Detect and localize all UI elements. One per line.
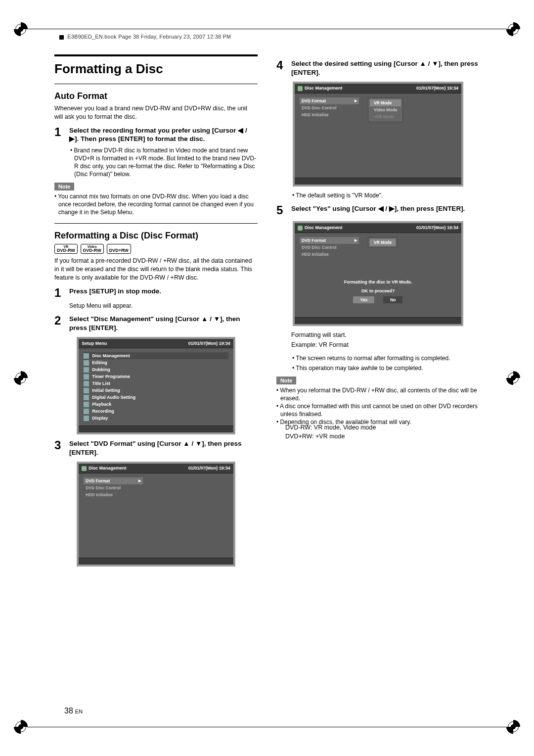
menu-item: Playback: [84, 401, 228, 408]
crop-mark-icon: [506, 371, 520, 385]
divider: [54, 223, 258, 224]
side-list: DVD Format DVD Disc Control HDD Initiali…: [300, 97, 359, 118]
note-text: When you reformat the DVD-RW / +RW disc,…: [280, 386, 480, 402]
disc-icon: [298, 226, 303, 231]
step-number: 1: [54, 126, 65, 143]
display-icon: [84, 416, 89, 421]
screenshot-body: Disc Management Editing Dubbing Timer Pr…: [79, 348, 233, 425]
header-block-icon: [59, 35, 64, 40]
rec-icon: [84, 409, 89, 414]
option: VR Mode: [370, 99, 401, 106]
step-number: 5: [276, 204, 287, 216]
option: +VR Mode: [370, 113, 401, 120]
screenshot-header: Disc Management 01/01/07(Mon) 19:34: [295, 84, 461, 94]
divider: [54, 84, 258, 84]
step-number: 1: [54, 287, 65, 299]
right-column: 4 Select the desired setting using [Curs…: [276, 54, 480, 702]
page-content: Formatting a Disc Auto Format Whenever y…: [54, 54, 480, 702]
step-3: 3 Select "DVD Format" using [Cursor ▲ / …: [54, 439, 258, 457]
badge-dvd-rw-video: VideoDVD-RW: [81, 244, 104, 254]
side-item: HDD Initialise: [84, 491, 143, 498]
step-instruction: Press [SETUP] in stop mode.: [69, 287, 161, 299]
screenshot-datetime: 01/01/07(Mon) 19:34: [416, 86, 458, 91]
note-text: A disc once formatted with this unit can…: [280, 402, 480, 418]
result-text: Formatting will start.: [291, 331, 480, 339]
screenshot-footer: [79, 558, 233, 565]
screenshot-footer: [295, 178, 461, 185]
note-sub: DVD+RW: +VR mode: [285, 432, 480, 441]
screenshot-body: DVD Format DVD Disc Control HDD Initiali…: [295, 94, 461, 178]
dub-icon: [84, 367, 89, 373]
side-item: HDD Initialise: [300, 251, 359, 258]
title-icon: [84, 381, 89, 386]
confirm-line: Formatting the disc in VR Mode.: [300, 280, 456, 284]
disc-icon: [298, 86, 303, 91]
step-subtext: Setup Menu will appear.: [69, 302, 258, 310]
menu-item: Initial Setting: [84, 387, 228, 394]
step-instruction: Select "Yes" using [Cursor ◀ / ▶], then …: [291, 204, 465, 216]
side-item: DVD Disc Control: [300, 104, 359, 111]
step-instruction: Select the recording format you prefer u…: [69, 126, 258, 143]
section-title: Formatting a Disc: [54, 61, 258, 77]
edit-icon: [84, 360, 89, 366]
side-item: DVD Format: [300, 97, 359, 104]
screenshot-header: Disc Management 01/01/07(Mon) 19:34: [295, 223, 461, 233]
option: VR Mode: [370, 239, 396, 246]
badge-dvd-rw-vr: VRDVD-RW: [54, 244, 78, 254]
step-1: 1 Press [SETUP] in stop mode.: [54, 287, 258, 299]
menu-item: Recording: [84, 408, 228, 415]
audio-icon: [84, 395, 89, 400]
menu-item: Timer Programme: [84, 373, 228, 380]
confirm-line: OK to proceed?: [300, 288, 456, 293]
timer-icon: [84, 374, 89, 379]
side-list: DVD Format DVD Disc Control HDD Initiali…: [300, 237, 359, 258]
screenshot-body: DVD Format DVD Disc Control HDD Initiali…: [295, 233, 461, 317]
side-item: DVD Disc Control: [84, 484, 143, 491]
bullet: This operation may take awhile to be com…: [296, 364, 480, 372]
menu-item: Digital Audio Setting: [84, 394, 228, 401]
step-instruction: Select "Disc Management" using [Cursor ▲…: [69, 315, 258, 332]
left-column: Formatting a Disc Auto Format Whenever y…: [54, 54, 258, 702]
side-item: DVD Format: [84, 477, 143, 484]
option: Video Mode: [370, 106, 401, 113]
confirm-buttons: Yes No: [300, 296, 456, 303]
step-bullet: Brand new DVD-R disc is formatted in Vid…: [74, 146, 258, 179]
bullet: The screen returns to normal after forma…: [296, 354, 480, 362]
note-text: You cannot mix two formats on one DVD-RW…: [58, 192, 258, 217]
screenshot-confirm: Disc Management 01/01/07(Mon) 19:34 DVD …: [293, 221, 463, 326]
result-text: Example: VR Format: [291, 341, 480, 349]
crop-mark-icon: [506, 22, 520, 36]
subsection-heading: Auto Format: [54, 91, 258, 101]
menu-item: Editing: [84, 359, 228, 366]
note-label: Note: [276, 377, 296, 384]
step-number: 4: [276, 59, 287, 77]
screenshot-footer: [295, 317, 461, 324]
crop-mark-icon: [14, 371, 28, 385]
screenshot-header: Disc Management 01/01/07(Mon) 19:34: [79, 464, 233, 473]
options-popup: VR Mode Video Mode +VR Mode: [368, 97, 403, 122]
step-instruction: Select "DVD Format" using [Cursor ▲ / ▼]…: [69, 439, 258, 457]
crop-line: [27, 29, 507, 29]
screenshot-footer: [79, 425, 233, 432]
screenshot-datetime: 01/01/07(Mon) 19:34: [188, 466, 230, 471]
side-list: DVD Format DVD Disc Control HDD Initiali…: [84, 477, 143, 498]
body-text: If you format a pre-recorded DVD-RW / +R…: [54, 257, 258, 282]
crop-line: [27, 727, 507, 727]
screenshot-body: DVD Format DVD Disc Control HDD Initiali…: [79, 473, 233, 558]
screenshot-title: Disc Management: [89, 466, 127, 471]
menu-item: Display: [84, 415, 228, 422]
badge-dvd-plus-rw: DVD+RW: [107, 244, 131, 254]
mode-popup: VR Mode: [368, 237, 398, 248]
subsection-heading: Reformatting a Disc (Disc Format): [54, 231, 258, 241]
step-2: 2 Select "Disc Management" using [Cursor…: [54, 315, 258, 332]
body-text: Whenever you load a brand new DVD-RW and…: [54, 104, 258, 121]
screenshot-datetime: 01/01/07(Mon) 19:34: [188, 341, 230, 346]
screenshot-title: Disc Management: [305, 225, 343, 230]
crop-mark-icon: [14, 720, 28, 734]
note-label: Note: [54, 183, 74, 190]
step-5: 5 Select "Yes" using [Cursor ◀ / ▶], the…: [276, 204, 480, 216]
step-note: The default setting is "VR Mode".: [296, 191, 480, 199]
step-number: 2: [54, 315, 65, 332]
step-1: 1 Select the recording format you prefer…: [54, 126, 258, 143]
screenshot-setup-menu: Setup Menu 01/01/07(Mon) 19:34 Disc Mana…: [77, 337, 235, 434]
